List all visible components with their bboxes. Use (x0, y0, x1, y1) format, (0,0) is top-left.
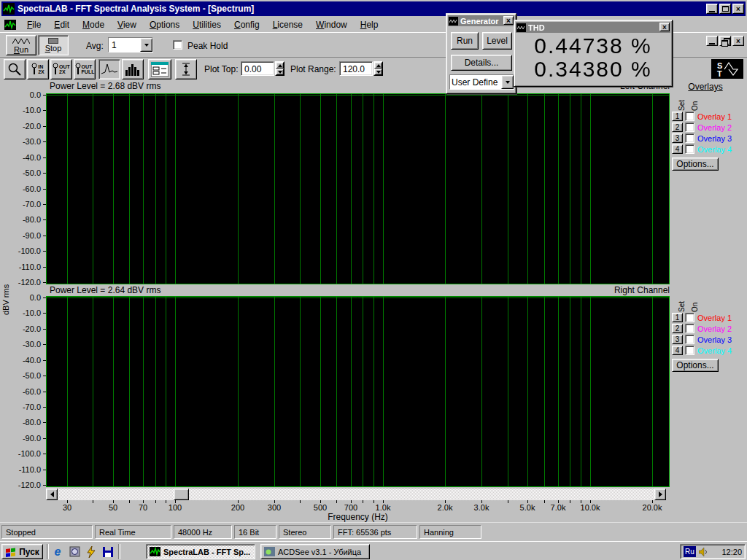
plot-range-spinner[interactable] (374, 61, 383, 76)
y-axis-tick-label: -10.0 (0, 308, 41, 317)
overlay-on-checkbox-1[interactable] (685, 112, 694, 121)
overlay-set-button-1[interactable]: 1 (672, 313, 683, 322)
y-axis-tick-label: -60.0 (0, 184, 41, 193)
run-button[interactable]: Run (6, 35, 36, 55)
scroll-right-arrow-icon[interactable] (654, 489, 666, 500)
overlay-row: 4Overlay 4 (672, 345, 746, 356)
start-button[interactable]: Пуск (1, 544, 43, 559)
peak-hold-checkbox[interactable] (173, 40, 182, 50)
plot-range-up-icon[interactable] (374, 62, 382, 69)
overlay-on-checkbox-2[interactable] (685, 122, 694, 132)
x-axis-tick-label: 100 (158, 503, 193, 512)
overlay-set-button-3[interactable]: 3 (672, 133, 683, 143)
overlay-set-button-1[interactable]: 1 (672, 112, 683, 121)
x-axis-tick-mark (93, 500, 93, 503)
task-button-0[interactable]: SpectraLAB - FFT Sp... (146, 544, 255, 559)
zoom-out-full-button[interactable]: OUTFULL (74, 59, 96, 79)
spectrum-plot-right[interactable] (46, 296, 670, 487)
overlay-set-button-2[interactable]: 2 (672, 122, 683, 132)
clock[interactable]: 12:20 (721, 548, 742, 556)
overlay-on-checkbox-4[interactable] (685, 144, 694, 154)
frequency-scrollbar[interactable] (46, 489, 666, 500)
generator-mode-combobox[interactable]: User Define (449, 74, 514, 90)
overlay-on-checkbox-2[interactable] (685, 324, 694, 333)
y-axis-tick-label: -70.0 (0, 402, 41, 411)
overlays-options-button[interactable]: Options... (672, 158, 719, 171)
plot-range-down-icon[interactable] (374, 69, 382, 75)
y-axis-unit-label: dBV rms (1, 264, 10, 315)
menu-options[interactable]: Options (143, 18, 186, 31)
plot-range-input[interactable]: 120.0 (339, 61, 373, 76)
overlays-options-button[interactable]: Options... (672, 359, 719, 372)
spectralab-logo: S T (711, 59, 743, 79)
generator-details-button[interactable]: Details... (451, 55, 512, 71)
task-button-1[interactable]: ACDSee v3.1 - Убийца (260, 544, 370, 559)
plot-top-input[interactable]: 0.00 (241, 61, 274, 76)
overlay-set-button-4[interactable]: 4 (672, 346, 683, 355)
overlay-on-checkbox-3[interactable] (685, 133, 694, 143)
menu-file[interactable]: File (20, 18, 47, 31)
bar-view-button[interactable] (122, 59, 144, 79)
mdi-child-icon[interactable] (4, 20, 16, 30)
generator-level-button[interactable]: Level (482, 32, 512, 50)
minimize-button[interactable] (706, 4, 718, 14)
avg-dropdown-arrow-icon[interactable] (140, 38, 152, 52)
y-axis-tick-mark (43, 392, 46, 392)
generator-mode-dropdown-arrow-icon[interactable] (501, 75, 514, 89)
generator-run-button[interactable]: Run (451, 32, 479, 50)
stop-button[interactable]: Stop (38, 35, 69, 55)
x-axis-tick-label: 30 (50, 503, 85, 512)
menu-view[interactable]: View (111, 18, 143, 31)
zoom-tool-button[interactable] (4, 59, 26, 79)
generator-title-bar[interactable]: Generator × (448, 15, 514, 26)
thd-title-bar[interactable]: THD × (516, 22, 670, 33)
menu-mode[interactable]: Mode (76, 18, 111, 31)
y-axis-tick-mark (43, 360, 46, 361)
status-field-3: 16 Bit (234, 525, 276, 539)
overlay-on-checkbox-3[interactable] (685, 335, 694, 344)
internet-explorer-icon[interactable]: e (51, 545, 64, 558)
plot-top-up-icon[interactable] (276, 62, 284, 69)
display-settings-button[interactable] (148, 59, 171, 79)
overlay-set-button-3[interactable]: 3 (672, 335, 683, 344)
menu-help[interactable]: Help (354, 18, 385, 31)
close-button[interactable]: × (732, 4, 744, 14)
menu-utilities[interactable]: Utilities (186, 18, 228, 31)
y-axis-tick-mark (43, 173, 46, 174)
save-disk-icon[interactable] (101, 545, 115, 558)
x-axis-tick-label: 1.0k (365, 503, 400, 512)
zoom-out-icon (53, 61, 59, 77)
menu-license[interactable]: License (266, 18, 309, 31)
plot-top-down-icon[interactable] (276, 69, 284, 75)
generator-close-icon[interactable]: × (503, 16, 514, 25)
thd-close-icon[interactable]: × (659, 23, 670, 31)
menu-config[interactable]: Config (228, 18, 266, 31)
scroll-left-arrow-icon[interactable] (46, 489, 58, 500)
status-field-5: FFT: 65536 pts (333, 525, 417, 539)
overlay-row: 3Overlay 3 (672, 334, 746, 345)
zoom-in-2x-button[interactable]: IN2X (27, 59, 49, 79)
menu-edit[interactable]: Edit (47, 18, 76, 31)
scrollbar-thumb[interactable] (174, 489, 189, 500)
spectrum-view-button[interactable] (98, 59, 120, 79)
maximize-button[interactable] (719, 4, 731, 14)
plot-top-label: Plot Top: (204, 64, 238, 74)
overlay-set-button-2[interactable]: 2 (672, 324, 683, 333)
vertical-scale-button[interactable] (175, 59, 197, 79)
spectrum-plot-left[interactable] (46, 93, 670, 284)
zoom-out-2x-button[interactable]: OUT2X (50, 59, 72, 79)
volume-icon[interactable] (699, 548, 708, 556)
zoom-out-label: OUT (59, 64, 70, 69)
status-bar: StoppedReal Time48000 Hz16 BitStereoFFT:… (0, 522, 747, 540)
overlay-on-checkbox-4[interactable] (685, 346, 694, 355)
quick-view-icon[interactable] (68, 545, 81, 558)
menu-window[interactable]: Window (309, 18, 354, 31)
overlay-set-button-4[interactable]: 4 (672, 144, 683, 154)
avg-combobox[interactable]: 1 (108, 37, 153, 52)
lightning-app-icon[interactable] (85, 545, 98, 558)
overlay-on-checkbox-1[interactable] (685, 313, 694, 322)
language-indicator[interactable]: Ru (684, 546, 696, 557)
thd-title: THD (528, 23, 545, 32)
app-window: SpectraLAB - FFT Spectral Analysis Syste… (0, 0, 747, 560)
plot-top-spinner[interactable] (275, 61, 285, 76)
